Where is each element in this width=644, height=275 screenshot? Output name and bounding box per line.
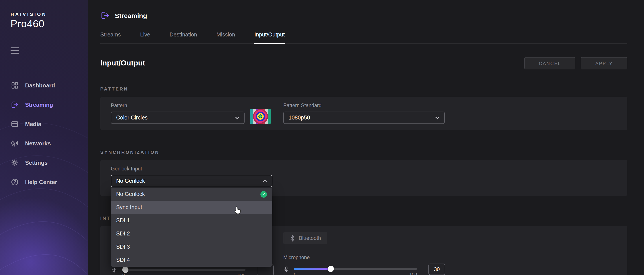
- sync-panel: Genlock Input No Genlock No Genlock ✓ Sy…: [100, 160, 627, 196]
- microphone-max-label: 100: [409, 272, 417, 275]
- line-in-max-label: 100: [238, 272, 246, 275]
- sidebar-item-label: Streaming: [25, 101, 53, 108]
- brand-name: HAIVISION: [10, 11, 88, 17]
- speaker-icon: [111, 267, 118, 274]
- pattern-label: Pattern: [111, 103, 244, 108]
- chevron-down-icon: [435, 116, 440, 119]
- sidebar-item-label: Networks: [25, 140, 51, 147]
- app-title: Streaming: [115, 12, 147, 19]
- tab-input-output[interactable]: Input/Output: [254, 32, 285, 44]
- help-icon: [10, 178, 19, 186]
- sidebar: HAIVISION Pro460 Dashboard Streaming: [0, 0, 88, 275]
- tab-streams[interactable]: Streams: [100, 32, 121, 43]
- genlock-select-value: No Genlock: [116, 178, 145, 184]
- tab-mission[interactable]: Mission: [216, 32, 235, 43]
- genlock-input-label: Genlock Input: [111, 166, 617, 171]
- line-in-slider-track[interactable]: [122, 269, 246, 271]
- tab-destination[interactable]: Destination: [170, 32, 197, 43]
- pattern-standard-value: 1080p50: [288, 115, 310, 121]
- microphone-slider: 0 100: [294, 264, 417, 275]
- networks-icon: [10, 139, 19, 147]
- microphone-value-box[interactable]: 30: [428, 264, 445, 275]
- selected-check-icon: ✓: [260, 191, 267, 198]
- sidebar-item-dashboard[interactable]: Dashboard: [0, 76, 88, 95]
- genlock-option-sdi-4[interactable]: SDI 4: [111, 254, 272, 267]
- main-content: Streaming Streams Live Destination Missi…: [88, 0, 644, 275]
- streaming-icon: [10, 100, 19, 109]
- page-title: Input/Output: [100, 59, 145, 68]
- genlock-option-sync-input[interactable]: Sync Input: [111, 201, 272, 214]
- sidebar-item-media[interactable]: Media: [0, 114, 88, 134]
- pattern-standard-label: Pattern Standard: [283, 103, 445, 108]
- sidebar-item-settings[interactable]: Settings: [0, 153, 88, 172]
- sync-section-heading: SYNCHRONIZATION: [100, 149, 627, 155]
- app-window: HAIVISION Pro460 Dashboard Streaming: [0, 0, 644, 275]
- option-label: SDI 3: [116, 244, 130, 250]
- option-label: Sync Input: [116, 204, 142, 210]
- microphone-slider-row: 0 100 30: [283, 264, 445, 275]
- tab-live[interactable]: Live: [140, 32, 150, 43]
- page-head-row: Input/Output CANCEL APPLY: [100, 57, 627, 69]
- brand-logo: HAIVISION Pro460: [0, 0, 88, 30]
- genlock-option-no-genlock[interactable]: No Genlock ✓: [111, 188, 272, 201]
- tab-bar: Streams Live Destination Mission Input/O…: [100, 32, 627, 44]
- microphone-slider-fill: [294, 268, 331, 270]
- bluetooth-button-label: Bluetooth: [299, 235, 321, 241]
- media-icon: [10, 120, 19, 128]
- microphone-label: Microphone: [283, 255, 445, 260]
- genlock-select[interactable]: No Genlock: [111, 175, 272, 187]
- microphone-icon: [283, 265, 290, 273]
- pattern-panel: Pattern Color Circles Pattern Standard 1…: [100, 97, 627, 130]
- chevron-down-icon: [235, 116, 239, 119]
- pattern-section-heading: PATTERN: [100, 86, 627, 91]
- dashboard-icon: [10, 81, 19, 89]
- streaming-icon: [100, 10, 110, 20]
- chevron-up-icon: [262, 180, 267, 182]
- hamburger-menu-icon[interactable]: [10, 47, 19, 54]
- sidebar-item-label: Media: [25, 121, 41, 127]
- sidebar-item-streaming[interactable]: Streaming: [0, 95, 88, 114]
- genlock-option-sdi-3[interactable]: SDI 3: [111, 240, 272, 254]
- option-label: SDI 1: [116, 218, 130, 224]
- microphone-min-label: 0: [294, 272, 296, 275]
- sidebar-nav: Dashboard Streaming Media: [0, 76, 88, 192]
- settings-gear-icon: [10, 158, 19, 167]
- sidebar-item-label: Settings: [25, 159, 48, 166]
- pattern-select-value: Color Circles: [116, 115, 148, 121]
- apply-button[interactable]: APPLY: [581, 57, 627, 69]
- sidebar-item-networks[interactable]: Networks: [0, 134, 88, 153]
- microphone-column: Bluetooth Microphone: [283, 232, 445, 275]
- genlock-option-sdi-2[interactable]: SDI 2: [111, 227, 272, 240]
- option-label: SDI 4: [116, 257, 130, 263]
- page-header: Streaming: [100, 0, 627, 20]
- sidebar-item-label: Dashboard: [25, 82, 55, 88]
- microphone-slider-knob[interactable]: [328, 266, 334, 272]
- pattern-standard-select[interactable]: 1080p50: [283, 112, 445, 124]
- genlock-option-sdi-1[interactable]: SDI 1: [111, 214, 272, 227]
- line-in-min-label: 0: [122, 272, 125, 275]
- pattern-select[interactable]: Color Circles: [111, 112, 244, 124]
- sidebar-item-help-center[interactable]: Help Center: [0, 172, 88, 192]
- line-in-slider-knob[interactable]: [122, 267, 128, 273]
- brand-model: Pro460: [10, 18, 88, 30]
- option-label: No Genlock: [116, 191, 145, 197]
- genlock-dropdown-list: No Genlock ✓ Sync Input SDI 1 SDI 2 SDI …: [111, 188, 272, 267]
- pattern-preview-thumbnail: [250, 109, 271, 124]
- sidebar-item-label: Help Center: [25, 179, 57, 185]
- cancel-button[interactable]: CANCEL: [524, 57, 576, 69]
- bluetooth-icon: [290, 235, 295, 241]
- option-label: SDI 2: [116, 231, 130, 237]
- bluetooth-button[interactable]: Bluetooth: [283, 232, 327, 244]
